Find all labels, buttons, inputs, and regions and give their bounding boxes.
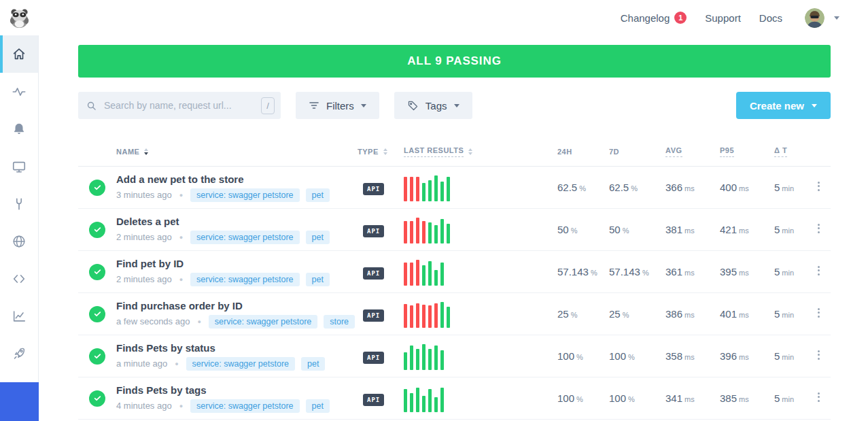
result-bar (428, 180, 432, 201)
check-tag[interactable]: pet (306, 231, 330, 244)
check-name[interactable]: Deletes a pet (116, 216, 363, 227)
check-tag[interactable]: pet (306, 273, 330, 286)
stat-avg: 341ms (665, 392, 720, 405)
search-icon (86, 101, 97, 111)
sidebar-item-quickstart[interactable] (0, 335, 38, 372)
chevron-down-icon (834, 16, 839, 20)
nav-changelog[interactable]: Changelog 1 (621, 12, 687, 24)
check-tag[interactable]: service: swagger petstore (209, 315, 317, 329)
search-input[interactable] (103, 99, 261, 112)
stat-p95: 385ms (720, 392, 774, 405)
stat-value: 366 (665, 182, 682, 193)
last-results-chart[interactable] (404, 258, 557, 286)
row-menu-button[interactable] (815, 303, 822, 322)
top-nav: Changelog 1 Support Docs (621, 8, 839, 28)
nav-support[interactable]: Support (705, 12, 741, 24)
account-menu[interactable] (805, 8, 839, 28)
menu-cell (815, 177, 831, 198)
wrench-icon (12, 197, 27, 212)
stat-unit: min (782, 226, 794, 235)
column-header-delta-t[interactable]: Δ T (774, 146, 815, 157)
sidebar-item-dashboards[interactable] (0, 148, 38, 185)
last-results-chart[interactable] (404, 301, 557, 328)
check-name[interactable]: Find pet by ID (116, 258, 363, 269)
tags-button[interactable]: Tags (394, 92, 472, 119)
user-avatar[interactable] (805, 8, 824, 28)
sidebar-item-home[interactable] (0, 35, 38, 73)
check-tag[interactable]: pet (306, 399, 330, 413)
column-header-last-results[interactable]: LAST RESULTS (404, 146, 557, 157)
result-bar (440, 302, 444, 328)
row-menu-button[interactable] (815, 219, 822, 237)
last-results-chart[interactable] (404, 385, 557, 412)
sidebar-item-snippets[interactable] (0, 260, 38, 297)
sidebar-item-maintenance[interactable] (0, 185, 38, 222)
stat-unit: min (782, 353, 794, 361)
last-results-chart[interactable] (404, 343, 557, 370)
create-new-button[interactable]: Create new (736, 92, 831, 119)
column-header-name[interactable]: NAME (116, 148, 363, 156)
raccoon-logo[interactable] (9, 7, 30, 29)
check-tag[interactable]: pet (306, 188, 330, 202)
check-tag[interactable]: service: swagger petstore (190, 399, 299, 413)
tag-icon (407, 100, 419, 112)
check-tag[interactable]: service: swagger petstore (190, 273, 299, 286)
sidebar-item-private-locations[interactable] (0, 222, 38, 260)
column-header-avg[interactable]: AVG (665, 146, 720, 157)
column-header-24h[interactable]: 24H (557, 148, 609, 156)
check-tag[interactable]: service: swagger petstore (190, 231, 299, 244)
chat-launcher[interactable] (0, 382, 39, 421)
status-banner-text: ALL 9 PASSING (407, 54, 502, 68)
sidebar-item-activity[interactable] (0, 73, 38, 110)
search-box[interactable]: / (78, 92, 281, 119)
check-tag[interactable]: service: swagger petstore (190, 188, 299, 202)
top-header: Changelog 1 Support Docs (0, 0, 868, 35)
column-header-7d[interactable]: 7D (609, 148, 665, 156)
check-name[interactable]: Find purchase order by ID (116, 300, 363, 311)
row-menu-button[interactable] (815, 261, 822, 280)
last-results-chart[interactable] (404, 174, 557, 201)
filters-button[interactable]: Filters (296, 92, 379, 119)
stat-delta-t: 5min (774, 224, 815, 236)
check-name[interactable]: Add a new pet to the store (116, 173, 363, 185)
stat-value: 5 (774, 224, 780, 235)
sidebar-item-analytics[interactable] (0, 297, 38, 335)
row-menu-button[interactable] (815, 177, 822, 195)
check-tag[interactable]: service: swagger petstore (186, 357, 295, 371)
check-tag[interactable]: store (324, 315, 355, 329)
type-cell: API (363, 308, 404, 320)
table-row[interactable]: Finds Pets by status a minute ago ● serv… (78, 335, 831, 377)
stat-24h: 62.5% (557, 182, 609, 194)
status-banner[interactable]: ALL 9 PASSING (78, 45, 831, 78)
column-header-type[interactable]: TYPE (358, 148, 398, 156)
main-content: ALL 9 PASSING / Filters T (39, 35, 868, 421)
result-bar (428, 222, 432, 243)
row-menu-button[interactable] (815, 346, 822, 364)
table-row[interactable]: Deletes a pet 2 minutes ago ● service: s… (78, 209, 831, 251)
last-results-chart[interactable] (404, 216, 557, 243)
sidebar-item-alerts[interactable] (0, 110, 38, 148)
stat-avg: 358ms (665, 350, 720, 363)
type-badge: API (363, 183, 384, 195)
check-tag[interactable]: pet (301, 357, 325, 371)
nav-docs[interactable]: Docs (759, 12, 782, 24)
table-row[interactable]: Find purchase order by ID a few seconds … (78, 293, 831, 335)
check-name[interactable]: Finds Pets by tags (116, 384, 363, 396)
stat-unit: ms (739, 226, 749, 235)
check-name[interactable]: Finds Pets by status (116, 342, 363, 354)
row-menu-button[interactable] (815, 388, 822, 406)
stat-unit: ms (684, 353, 695, 361)
stat-unit: ms (739, 395, 749, 403)
table-row[interactable]: Find pet by ID 2 minutes ago ● service: … (78, 251, 831, 293)
last-results-cell (404, 343, 557, 370)
stat-unit: % (628, 353, 635, 361)
tag-list: service: swagger petstorepet (186, 357, 326, 371)
table-row[interactable]: Add a new pet to the store 3 minutes ago… (78, 167, 831, 209)
stat-value: 341 (665, 392, 682, 404)
table-row[interactable]: Finds Pets by tags 4 minutes ago ● servi… (78, 377, 831, 420)
result-bar (428, 305, 432, 328)
column-label: Δ T (774, 146, 787, 157)
column-header-p95[interactable]: P95 (720, 146, 774, 157)
code-icon (12, 271, 27, 286)
stat-value: 401 (720, 308, 737, 320)
